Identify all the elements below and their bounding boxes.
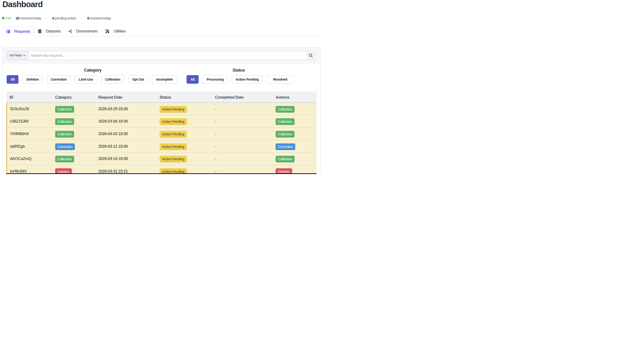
category-filter-opt-out[interactable]: Opt Out bbox=[128, 75, 148, 84]
action-button[interactable]: Collection bbox=[276, 131, 294, 137]
table-row[interactable]: sklRf2gh Correction 2026-03-12 19:39 Act… bbox=[6, 140, 316, 152]
tab-utilities-label: Utilities bbox=[114, 29, 126, 34]
category-badge: Collection bbox=[55, 131, 74, 137]
category-filter-all[interactable]: All bbox=[7, 75, 18, 84]
pending-rows-accent-border bbox=[6, 103, 7, 174]
cell-id: YKfM80H4 bbox=[6, 127, 52, 140]
field-selector-value: All Fields bbox=[10, 54, 22, 57]
search-input[interactable] bbox=[28, 51, 306, 60]
cell-category: Correction bbox=[52, 140, 95, 152]
cell-status: Action Pending bbox=[156, 140, 212, 152]
database-icon bbox=[38, 29, 42, 34]
cell-completed-date: - bbox=[212, 127, 272, 140]
stat-separator-icon bbox=[46, 18, 47, 19]
horizontal-scrollbar[interactable] bbox=[6, 173, 316, 174]
category-badge: Collection bbox=[55, 156, 74, 162]
col-header-request-date: Request Date bbox=[95, 91, 156, 103]
category-filter-group: Category All Deletion Correction Limit U… bbox=[7, 68, 177, 84]
stat-pending-label: pending action bbox=[55, 16, 76, 20]
tab-bar: Requests Datasets bbox=[2, 27, 320, 36]
cell-actions: Collection bbox=[272, 103, 316, 115]
requests-table: ID Category Request Date Status Complete… bbox=[6, 91, 316, 174]
tab-utilities[interactable]: Utilities bbox=[102, 27, 130, 36]
table-row[interactable]: SCkUKs29 Collection 2026-03-29 19:39 Act… bbox=[6, 103, 316, 115]
table-row[interactable]: 4AOCoZmQ Collection 2026-03-16 19:39 Act… bbox=[6, 152, 316, 165]
category-filter-heading: Category bbox=[8, 68, 178, 73]
category-badge: Collection bbox=[55, 106, 74, 113]
table-row[interactable]: YKfM80H4 Collection 2026-04-03 19:39 Act… bbox=[6, 127, 316, 140]
cell-actions: Collection bbox=[272, 127, 316, 140]
category-filter-collection[interactable]: Collection bbox=[101, 75, 124, 84]
cell-id: IvH9c69X bbox=[6, 165, 52, 174]
action-button[interactable]: Correction bbox=[276, 143, 295, 150]
tab-requests[interactable]: Requests bbox=[2, 27, 34, 36]
status-filter-processing[interactable]: Processing bbox=[203, 75, 228, 84]
cell-completed-date: - bbox=[212, 115, 272, 127]
tab-datasets[interactable]: Datasets bbox=[34, 27, 65, 36]
list-icon bbox=[6, 30, 10, 33]
col-header-actions: Actions bbox=[272, 91, 316, 103]
live-dot-icon bbox=[2, 17, 4, 19]
status-badge: Action Pending bbox=[160, 156, 187, 162]
cell-id: SCkUKs29 bbox=[6, 103, 52, 115]
col-header-category: Category bbox=[52, 91, 95, 103]
cell-completed-date: - bbox=[212, 152, 272, 165]
col-header-status: Status bbox=[156, 91, 212, 103]
stats-row: LIVE 20 received today 6 pending action … bbox=[2, 15, 111, 21]
stat-received-value: 20 bbox=[16, 16, 20, 20]
category-badge: Collection bbox=[55, 118, 74, 125]
status-filter-all[interactable]: All bbox=[186, 75, 199, 84]
category-filter-incomplete[interactable]: Incomplete bbox=[152, 75, 177, 84]
cell-actions: Correction bbox=[272, 140, 316, 152]
cell-request-date: 2026-03-31 23:15 bbox=[95, 165, 156, 174]
cell-category: Collection bbox=[52, 127, 95, 140]
chevron-down-icon bbox=[23, 55, 25, 56]
cell-completed-date: - bbox=[212, 165, 272, 174]
cell-completed-date: - bbox=[212, 103, 272, 115]
live-label: LIVE bbox=[6, 17, 11, 20]
status-filter-resolved[interactable]: Resolved bbox=[266, 75, 294, 84]
cell-status: Action Pending bbox=[156, 165, 212, 174]
status-filter-group: Status All Processing Action Pending Res… bbox=[186, 68, 294, 84]
stat-resolved-value: 8 bbox=[87, 16, 89, 20]
col-header-completed-date: Completed Date bbox=[212, 91, 272, 103]
action-button[interactable]: Collection bbox=[276, 118, 294, 125]
search-bar: All Fields bbox=[7, 51, 316, 60]
category-filter-correction[interactable]: Correction bbox=[47, 75, 70, 84]
search-section: All Fields bbox=[2, 48, 320, 63]
search-button[interactable] bbox=[306, 51, 316, 60]
cell-id: 4AOCoZmQ bbox=[6, 152, 52, 165]
cell-id: x36Z153M bbox=[6, 115, 52, 127]
status-badge: Action Pending bbox=[160, 106, 187, 113]
status-filter-heading: Status bbox=[185, 68, 292, 73]
table-row[interactable]: IvH9c69X Deletion 2026-03-31 23:15 Actio… bbox=[6, 165, 316, 174]
col-header-id: ID bbox=[6, 91, 52, 103]
status-badge: Action Pending bbox=[160, 143, 187, 150]
stat-received-label: received today bbox=[20, 16, 41, 20]
tab-downstream[interactable]: Downstream bbox=[65, 27, 101, 36]
cell-category: Collection bbox=[52, 103, 95, 115]
stat-received-today: 20 received today bbox=[16, 16, 41, 20]
stat-pending-value: 6 bbox=[52, 16, 54, 20]
cell-request-date: 2026-03-16 19:39 bbox=[95, 152, 156, 165]
live-indicator: LIVE bbox=[2, 17, 11, 20]
cell-category: Collection bbox=[52, 115, 95, 127]
search-icon bbox=[309, 54, 313, 57]
field-selector-dropdown[interactable]: All Fields bbox=[7, 51, 28, 60]
category-filter-limit-use[interactable]: Limit Use bbox=[74, 75, 97, 84]
status-filter-action-pending[interactable]: Action Pending bbox=[232, 75, 262, 84]
status-filter-buttons: All Processing Action Pending Resolved bbox=[186, 75, 294, 84]
action-button[interactable]: Collection bbox=[276, 106, 294, 113]
page-title: Dashboard bbox=[2, 0, 42, 9]
stat-pending-action: 6 pending action bbox=[52, 16, 76, 20]
cell-request-date: 2026-04-03 19:39 bbox=[95, 127, 156, 140]
action-button[interactable]: Collection bbox=[276, 156, 294, 162]
table-row[interactable]: x36Z153M Collection 2026-03-06 19:39 Act… bbox=[6, 115, 316, 127]
cell-request-date: 2026-03-06 19:39 bbox=[95, 115, 156, 127]
tab-datasets-label: Datasets bbox=[46, 29, 61, 34]
cell-id: sklRf2gh bbox=[6, 140, 52, 152]
cell-status: Action Pending bbox=[156, 115, 212, 127]
category-filter-deletion[interactable]: Deletion bbox=[22, 75, 43, 84]
tools-icon bbox=[105, 29, 110, 34]
cell-actions: Deletion bbox=[272, 165, 316, 174]
